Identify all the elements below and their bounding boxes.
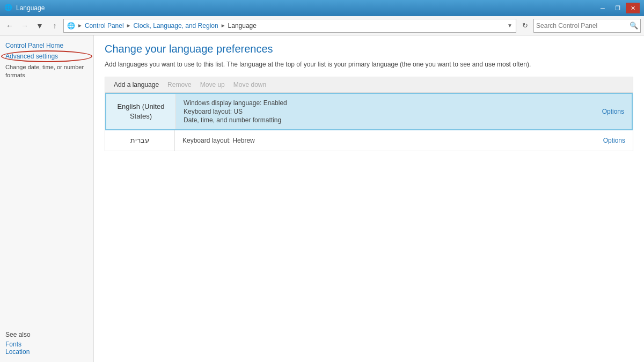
- refresh-button[interactable]: ↻: [518, 19, 531, 33]
- window-title: Language: [16, 4, 45, 12]
- language-name-english: English (United States): [106, 94, 176, 129]
- window-icon: 🌐: [4, 4, 13, 12]
- language-options-hebrew: Options: [596, 130, 633, 151]
- sidebar-see-also: See also Fonts Location: [5, 331, 88, 356]
- sidebar-location-link[interactable]: Location: [5, 348, 88, 356]
- main-layout: Control Panel Home Advanced settings Cha…: [0, 35, 644, 362]
- language-options-english: Options: [595, 94, 632, 129]
- breadcrumb-icon: 🌐: [67, 22, 75, 29]
- forward-button[interactable]: →: [18, 19, 31, 32]
- breadcrumb-control-panel[interactable]: Control Panel: [85, 22, 124, 29]
- lang-detail-display: Windows display language: Enabled: [184, 99, 587, 107]
- back-button[interactable]: ←: [3, 19, 16, 32]
- sidebar-home-link[interactable]: Control Panel Home: [5, 42, 88, 49]
- move-up-button[interactable]: Move up: [196, 79, 229, 90]
- language-name-hebrew: עברית: [105, 130, 175, 151]
- options-link-hebrew[interactable]: Options: [603, 137, 625, 144]
- add-language-button[interactable]: Add a language: [109, 79, 163, 90]
- lang-detail-keyboard-hebrew: Keyboard layout: Hebrew: [182, 137, 588, 144]
- search-box[interactable]: 🔍: [533, 19, 641, 33]
- window-controls: ─ ❐ ✕: [596, 3, 640, 13]
- language-item-english[interactable]: English (United States) Windows display …: [105, 93, 633, 130]
- language-list: English (United States) Windows display …: [105, 93, 633, 151]
- move-down-button[interactable]: Move down: [229, 79, 270, 90]
- minimize-button[interactable]: ─: [596, 3, 610, 13]
- sidebar-advanced-container: Advanced settings: [5, 53, 88, 60]
- language-item-hebrew[interactable]: עברית Keyboard layout: Hebrew Options: [105, 130, 633, 151]
- page-description: Add languages you want to use to this li…: [105, 60, 633, 69]
- sidebar-change-date-desc: Change date, time, or number formats: [5, 63, 88, 80]
- language-details-english: Windows display language: Enabled Keyboa…: [176, 94, 595, 129]
- sidebar-advanced-link[interactable]: Advanced settings: [5, 53, 88, 60]
- search-input[interactable]: [536, 22, 627, 29]
- sidebar-fonts-link[interactable]: Fonts: [5, 341, 88, 348]
- search-icon[interactable]: 🔍: [630, 21, 638, 29]
- breadcrumb-bar: 🌐 ► Control Panel ► Clock, Language, and…: [63, 19, 516, 33]
- lang-detail-date: Date, time, and number formatting: [184, 116, 587, 124]
- content-area: Change your language preferences Add lan…: [94, 35, 644, 362]
- see-also-title: See also: [5, 331, 88, 338]
- title-bar: 🌐 Language ─ ❐ ✕: [0, 0, 644, 16]
- page-title: Change your language preferences: [105, 43, 633, 55]
- close-button[interactable]: ✕: [626, 3, 640, 13]
- lang-detail-keyboard: Keyboard layout: US: [184, 108, 587, 115]
- remove-button[interactable]: Remove: [163, 79, 196, 90]
- options-link-english[interactable]: Options: [602, 108, 624, 115]
- breadcrumb-current: Language: [228, 22, 257, 29]
- restore-button[interactable]: ❐: [611, 3, 625, 13]
- sidebar: Control Panel Home Advanced settings Cha…: [0, 35, 94, 362]
- up-button[interactable]: ↑: [48, 19, 61, 32]
- dropdown-button[interactable]: ▼: [33, 19, 46, 32]
- language-details-hebrew: Keyboard layout: Hebrew: [175, 130, 596, 151]
- breadcrumb-dropdown-arrow[interactable]: ▼: [507, 23, 513, 28]
- address-bar: ← → ▼ ↑ 🌐 ► Control Panel ► Clock, Langu…: [0, 16, 644, 35]
- language-toolbar: Add a language Remove Move up Move down: [105, 77, 633, 93]
- breadcrumb-clock-language[interactable]: Clock, Language, and Region: [134, 22, 218, 29]
